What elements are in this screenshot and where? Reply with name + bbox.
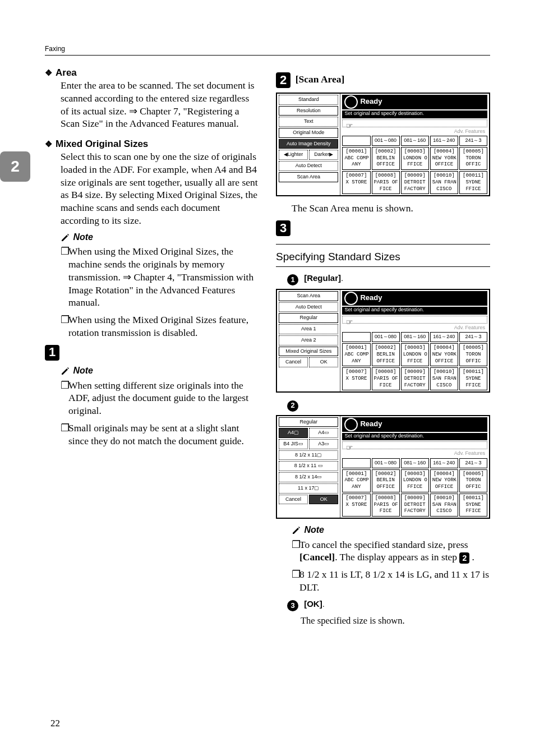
lcd-dest[interactable]: [00011]SYDNEFFICE: [459, 367, 487, 390]
lcd-btn[interactable]: Regular: [279, 313, 338, 323]
lcd-btn[interactable]: Text: [279, 117, 338, 127]
square-bullet-icon: ❐: [292, 538, 299, 564]
lcd-btn[interactable]: ◀Lighter: [279, 150, 308, 160]
lcd-btn[interactable]: 11 x 17▢: [279, 483, 338, 494]
note-heading: Note: [61, 232, 259, 243]
lcd-btn[interactable]: Cancel: [279, 495, 308, 505]
lcd-dest[interactable]: [00005]TORONOFFIC: [459, 343, 487, 366]
note2-list: ❐To cancel the specified standard size, …: [292, 538, 490, 594]
lcd-dest[interactable]: [00002]BERLINOFFICE: [372, 469, 400, 492]
lcd-adv-features[interactable]: Adv. Features: [342, 450, 487, 457]
lcd-adv-features[interactable]: Adv. Features: [342, 128, 487, 135]
lcd-btn[interactable]: OK: [309, 357, 338, 367]
lcd-dest[interactable]: [00003]LONDON OFFICE: [401, 147, 429, 170]
step-number-3: 3: [276, 220, 290, 236]
lcd-dest[interactable]: [00004]NEW YORK OFFICE: [430, 469, 458, 492]
lcd-range[interactable]: 001～080: [372, 136, 400, 146]
lcd-freq[interactable]: Freq.: [342, 332, 370, 342]
lcd-btn[interactable]: A3▭: [309, 439, 338, 449]
lcd-dest[interactable]: [00010]SAN FRANCISCO: [430, 171, 458, 194]
lcd-btn[interactable]: Darker▶: [309, 150, 338, 160]
lcd-btn[interactable]: B4 JIS▭: [279, 439, 308, 449]
lcd-range[interactable]: 241～3: [459, 332, 487, 342]
lcd-btn[interactable]: Area 2: [279, 335, 338, 345]
lcd-ready: Ready: [342, 417, 487, 432]
lcd-range[interactable]: 161～240: [430, 332, 458, 342]
lcd-range[interactable]: 161～240: [430, 458, 458, 468]
lcd-dest[interactable]: [00002]BERLINOFFICE: [372, 343, 400, 366]
lcd-dest[interactable]: [00007]X STORE: [342, 171, 370, 194]
lcd-range[interactable]: 081～160: [401, 332, 429, 342]
lcd-adv-features[interactable]: Adv. Features: [342, 325, 487, 331]
sub3-caption: The specified size is shown.: [301, 615, 490, 626]
lcd-dest[interactable]: [00008]PARIS OFFICE: [372, 367, 400, 390]
lcd-dest-field[interactable]: ☞: [342, 316, 487, 324]
lcd-range[interactable]: 081～160: [401, 458, 429, 468]
lcd-dest[interactable]: [00011]SYDNEFFICE: [459, 494, 487, 517]
lcd-range[interactable]: 001～080: [372, 458, 400, 468]
circle-1-icon: 1: [287, 274, 298, 285]
lcd-dest[interactable]: [00001]ABC COMPANY: [342, 147, 370, 170]
lcd-dest[interactable]: [00010]SAN FRANCISCO: [430, 367, 458, 390]
lcd-btn[interactable]: Auto Image Density: [279, 139, 338, 149]
lcd-dest[interactable]: [00008]PARIS OFFICE: [372, 171, 400, 194]
lcd-btn[interactable]: Standard: [279, 95, 338, 105]
lcd-btn[interactable]: Cancel: [279, 357, 308, 367]
note-item: When using the Mixed Original Sizes feat…: [68, 314, 259, 339]
lcd-btn[interactable]: Auto Detect: [279, 161, 338, 171]
lcd-dest-field[interactable]: ☞: [342, 119, 487, 127]
note-heading: Note: [61, 365, 259, 377]
step-number-1: 1: [45, 345, 59, 361]
lcd-btn[interactable]: Auto Detect: [279, 302, 338, 312]
lcd-dest[interactable]: [00007]X STORE: [342, 367, 370, 390]
lcd-range[interactable]: 081～160: [401, 136, 429, 146]
lcd-instruction: Set original and specify destination.: [342, 433, 487, 441]
lcd-range[interactable]: 241～3: [459, 136, 487, 146]
square-bullet-icon: ❐: [61, 314, 68, 339]
lcd-btn[interactable]: Resolution: [279, 106, 338, 116]
lcd-dest[interactable]: [00003]LONDON OFFICE: [401, 343, 429, 366]
pencil-icon: [292, 525, 301, 534]
lcd-dest[interactable]: [00001]ABC COMPANY: [342, 343, 370, 366]
lcd-btn[interactable]: Mixed Original Sizes: [279, 347, 338, 357]
lcd-freq[interactable]: Freq.: [342, 458, 370, 468]
lcd-btn[interactable]: A4▭: [309, 428, 338, 438]
lcd-dest[interactable]: [00009]DETROITFACTORY: [401, 494, 429, 517]
lcd-dest[interactable]: [00004]NEW YORK OFFICE: [430, 343, 458, 366]
lcd-dest[interactable]: [00008]PARIS OFFICE: [372, 494, 400, 517]
lcd-btn[interactable]: Regular: [279, 417, 338, 427]
lcd-freq[interactable]: Freq.: [342, 136, 370, 146]
note-heading: Note: [292, 524, 490, 536]
lcd-btn[interactable]: Scan Area: [279, 172, 338, 182]
lcd-btn[interactable]: Scan Area: [279, 291, 338, 301]
header-rule: [45, 55, 490, 56]
lcd-btn[interactable]: 8 1/2 x 14▭: [279, 472, 338, 482]
lcd-dest[interactable]: [00003]LONDON OFFICE: [401, 469, 429, 492]
lcd-range[interactable]: 241～3: [459, 458, 487, 468]
lcd-range[interactable]: 001～080: [372, 332, 400, 342]
lcd-dest[interactable]: [00010]SAN FRANCISCO: [430, 494, 458, 517]
lcd-dest[interactable]: [00005]TORONOFFIC: [459, 147, 487, 170]
lcd-btn[interactable]: OK: [309, 495, 338, 505]
lcd-btn[interactable]: 8 1/2 x 11▢: [279, 450, 338, 460]
lcd-dest[interactable]: [00009]DETROITFACTORY: [401, 367, 429, 390]
area-body: Enter the area to be scanned. The set do…: [61, 79, 259, 130]
lcd-dest-field[interactable]: ☞: [342, 441, 487, 449]
lcd-btn[interactable]: 8 1/2 x 11 ▭: [279, 461, 338, 471]
lcd-btn[interactable]: A4▢: [279, 428, 308, 438]
lcd-dest[interactable]: [00009]DETROITFACTORY: [401, 171, 429, 194]
chapter-tab: 2: [0, 151, 30, 182]
lcd-dest[interactable]: [00007]X STORE: [342, 494, 370, 517]
step-number-2: 2: [276, 72, 290, 88]
lcd-btn[interactable]: Original Mode: [279, 128, 338, 138]
lcd-dest[interactable]: [00002]BERLINOFFICE: [372, 147, 400, 170]
lcd-dest[interactable]: [00001]ABC COMPANY: [342, 469, 370, 492]
lcd-dest[interactable]: [00005]TORONOFFIC: [459, 469, 487, 492]
lcd-btn[interactable]: Area 1: [279, 324, 338, 334]
lcd-dest[interactable]: [00004]NEW YORK OFFICE: [430, 147, 458, 170]
lcd-range[interactable]: 161～240: [430, 136, 458, 146]
area-heading: ❖Area: [45, 67, 259, 79]
lcd-screenshot-regular: Scan Area Auto Detect Regular Area 1 Are…: [276, 289, 490, 393]
lcd-dest[interactable]: [00011]SYDNEFFICE: [459, 171, 487, 194]
page-number: 22: [50, 718, 60, 729]
